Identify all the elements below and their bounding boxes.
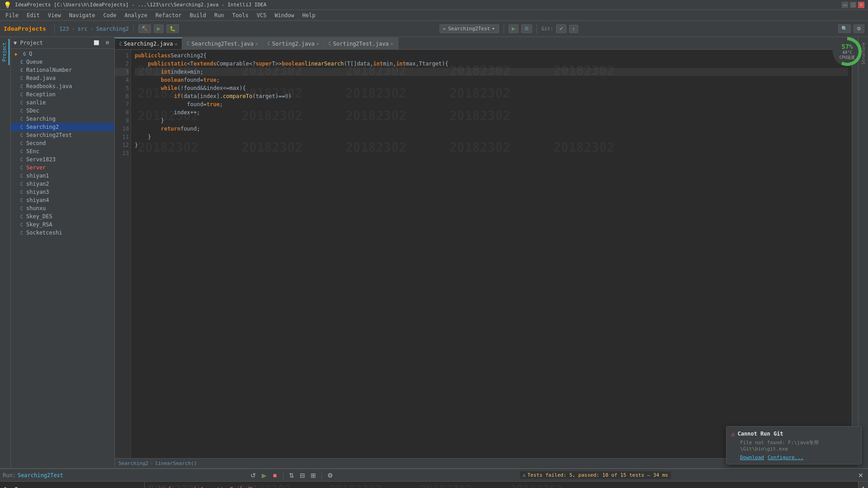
menu-run[interactable]: Run (211, 11, 228, 19)
toolbar-breadcrumb-src[interactable]: src (78, 26, 88, 32)
sort-tests-btn[interactable]: ⇅ (287, 471, 296, 480)
tab-searching2[interactable]: C Searching2.java ✕ (115, 38, 182, 49)
menu-file[interactable]: File (2, 11, 22, 19)
menu-view[interactable]: View (44, 11, 65, 19)
class-icon-socketceshi: C (18, 229, 25, 236)
tree-item-shiyan2[interactable]: C shiyan2 (11, 180, 114, 188)
class-icon-read: C (18, 75, 25, 82)
minimize-button[interactable]: — (842, 2, 848, 8)
menu-window[interactable]: Window (271, 11, 297, 19)
tab-close-sorting2[interactable]: ✕ (316, 41, 319, 46)
tree-label-Queue: Queue (26, 59, 42, 65)
code-editor[interactable]: 20182302 20182302 20182302 20182302 2018… (115, 50, 858, 458)
tree-item-Searching2[interactable]: C Searching2 (11, 123, 114, 131)
menu-build[interactable]: Build (186, 11, 210, 19)
tree-item-RationalNumber[interactable]: C RationalNumber (11, 66, 114, 74)
breadcrumb-sep: › (72, 26, 75, 32)
menu-tools[interactable]: Tools (229, 11, 252, 19)
tab-sorting2[interactable]: C Sorting2.java ✕ (263, 38, 324, 49)
tree-item-shunxu[interactable]: C shunxu (11, 204, 114, 212)
collapse-all-btn[interactable]: ⬜ (92, 38, 101, 47)
tree-item-Readbooks[interactable]: C Readbooks.java (11, 82, 114, 90)
tab-close-searching2[interactable]: ✕ (175, 42, 177, 47)
settings-tree-btn[interactable]: ⚙ (103, 38, 112, 47)
tree-item-Server[interactable]: C Server (11, 164, 114, 172)
notif-download-btn[interactable]: Download (740, 455, 764, 460)
window-controls[interactable]: — ☐ ✕ (842, 2, 864, 8)
tree-item-shiyan4[interactable]: C shiyan4 (11, 196, 114, 204)
tab-close-sorting2test[interactable]: ✕ (391, 41, 393, 46)
right-scroll[interactable] (852, 50, 858, 458)
menu-edit[interactable]: Edit (23, 11, 43, 19)
tab-searching2test[interactable]: C Searching2Test.java ✕ (182, 38, 263, 49)
build-button[interactable]: 🔨 (138, 24, 151, 33)
class-icon-searching2: C (18, 123, 25, 131)
tree-label-Read: Read.java (26, 75, 56, 81)
tree-item-Socketceshi[interactable]: C Socketceshi (11, 229, 114, 237)
tree-item-Queue[interactable]: C Queue (11, 58, 114, 66)
tree-item-Reception[interactable]: C Reception (11, 90, 114, 99)
tree-item-shiyan1[interactable]: C shiyan1 (11, 172, 114, 180)
vtab-project[interactable]: Project (1, 39, 9, 65)
git-push-btn[interactable]: ↑ (569, 25, 578, 33)
tab-label-searching2test: Searching2Test.java (191, 41, 253, 47)
debug-button[interactable]: 🐛 (166, 24, 179, 33)
debug-btn-toolbar[interactable]: ⚙ (521, 24, 532, 33)
breadcrumb-searching2[interactable]: Searching2 (118, 460, 148, 466)
run-config-name: Searching2Test (18, 472, 63, 479)
run-config-chevron: ▾ (492, 26, 495, 32)
code-content[interactable]: public class Searching2 { public static … (131, 50, 852, 458)
menu-navigate[interactable]: Navigate (66, 11, 99, 19)
tree-item-SEnc[interactable]: C SEnc (11, 147, 114, 155)
rerun-btn[interactable]: ↺ (249, 471, 258, 480)
toolbar-breadcrumb-123[interactable]: 123 (59, 26, 69, 32)
collapse-all-test-btn[interactable]: ▼ (12, 483, 21, 488)
tab-sorting2test[interactable]: C Sorting2Test.java ✕ (324, 38, 398, 49)
filter-tests-btn[interactable]: ⊟ (298, 471, 307, 480)
run-tests-btn[interactable]: ▶ (259, 471, 269, 480)
close-button[interactable]: ✕ (858, 2, 864, 8)
menu-vcs[interactable]: VCS (253, 11, 270, 19)
menu-analyze[interactable]: Analyze (121, 11, 151, 19)
code-line-10: return found ; (135, 125, 848, 133)
scroll-up-btn[interactable]: ▲ (859, 483, 868, 488)
tree-item-Q[interactable]: ▶ Q Q (11, 50, 114, 58)
git-commit-btn[interactable]: ✓ (556, 24, 566, 33)
stop-btn[interactable]: ■ (270, 471, 279, 480)
tab-close-searching2test[interactable]: ✕ (255, 41, 258, 46)
tree-item-Skey_DES[interactable]: C Skey_DES (11, 212, 114, 221)
run-button[interactable]: ▶ (154, 24, 164, 33)
close-run-panel-btn[interactable]: ✕ (856, 471, 865, 480)
tree-item-Skey_RSA[interactable]: C Skey_RSA (11, 221, 114, 229)
expand-all-btn[interactable]: ▶ (2, 483, 11, 488)
run-btn-toolbar[interactable]: ▶ (509, 24, 519, 33)
tree-item-sanlie[interactable]: C sanlie (11, 99, 114, 107)
notif-configure-btn[interactable]: Configure... (768, 455, 803, 460)
settings-run-btn[interactable]: ⚙ (326, 471, 335, 480)
tree-item-Second[interactable]: C Second (11, 139, 114, 147)
run-config-selector[interactable]: ▶ Searching2Test ▾ (439, 24, 499, 33)
toolbar-breadcrumb-file[interactable]: Searching2 (96, 26, 129, 32)
menu-code[interactable]: Code (100, 11, 120, 19)
tree-item-Serve1823[interactable]: C Serve1823 (11, 155, 114, 164)
tree-label-SDec: SDec (26, 108, 39, 114)
notif-header: ⚠ Cannot Run Git (731, 430, 857, 437)
breadcrumb-method[interactable]: linearSearch() (155, 460, 197, 466)
menu-refactor[interactable]: Refactor (152, 11, 185, 19)
toolbar-separator2 (133, 24, 134, 33)
tree-item-Searching2Test[interactable]: C Searching2Test (11, 131, 114, 139)
settings-btn[interactable]: ⚙ (854, 24, 864, 33)
expand-btn[interactable]: ⊞ (309, 471, 318, 480)
tree-item-Searching[interactable]: C Searching (11, 115, 114, 123)
maximize-button[interactable]: ☐ (850, 2, 856, 8)
notif-body: File not found: F:\java专用\Git\bin\git.ex… (740, 439, 857, 452)
tree-item-Read[interactable]: C Read.java (11, 74, 114, 82)
search-everywhere-btn[interactable]: 🔍 (838, 24, 851, 33)
menu-help[interactable]: Help (299, 11, 319, 19)
editor-tab-bar: C Searching2.java ✕ C Searching2Test.jav… (115, 37, 858, 50)
tree-item-SDec[interactable]: C SDec (11, 107, 114, 115)
tree-item-shiyan3[interactable]: C shiyan3 (11, 188, 114, 196)
error-class-text: junit.framework.AssertionFailedError: (148, 486, 269, 488)
test-status-badge: ⚠ Tests failed: 5, passed: 10 of 15 test… (520, 471, 671, 479)
cpu-unit-label: CPU温度 (840, 55, 855, 61)
